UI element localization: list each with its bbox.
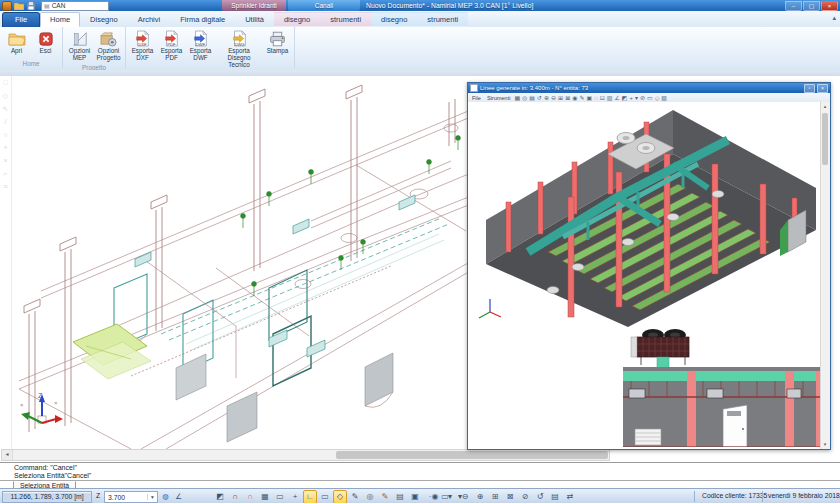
render-tool-icon[interactable]: ▣: [586, 95, 592, 101]
render-tool-icon[interactable]: ⊞: [558, 95, 563, 101]
render-preview-window[interactable]: Linee generate in: 3.400m - N° entita: 7…: [467, 82, 831, 450]
render-tool-icon[interactable]: ↺: [537, 95, 542, 101]
render-window-titlebar[interactable]: Linee generate in: 3.400m - N° entita: 7…: [468, 83, 830, 93]
left-tool-icon[interactable]: ↖: [3, 105, 9, 112]
zoom-extents-icon[interactable]: ⊠: [503, 490, 517, 503]
zoom-out-icon[interactable]: ⊖: [458, 490, 472, 503]
contextual-group-sprinkler-idranti[interactable]: Sprinkler Idranti: [222, 0, 286, 11]
render-tool-icon[interactable]: +: [629, 95, 633, 101]
left-tool-icon[interactable]: /: [5, 118, 7, 125]
render-tool-icon[interactable]: ▦: [514, 95, 520, 101]
stampa-button[interactable]: Stampa: [264, 29, 291, 56]
zoom-previous-icon[interactable]: ⊘: [518, 490, 532, 503]
scroll-up-arrow[interactable]: ▴: [821, 102, 829, 111]
esci-button[interactable]: Esci: [32, 29, 59, 56]
tab-disegno-sprinkler[interactable]: disegno: [274, 12, 320, 27]
render-window-vertical-scrollbar[interactable]: ▴ ▾: [820, 102, 830, 449]
render-tool-icon[interactable]: ⊖: [551, 95, 556, 101]
render-window-maximize-button[interactable]: ▫: [804, 84, 815, 93]
grid-icon[interactable]: ▦: [258, 490, 272, 503]
render-window-menu-strumenti[interactable]: Strumenti: [485, 95, 513, 101]
tab-utilita[interactable]: Utilità: [235, 12, 274, 27]
render-window-menu-file[interactable]: File: [470, 95, 483, 101]
ortho-mode-icon[interactable]: ∟: [303, 490, 317, 503]
left-tool-icon[interactable]: ○: [3, 131, 7, 138]
globe-icon[interactable]: ◍: [160, 491, 171, 502]
save-icon[interactable]: [26, 2, 36, 10]
cube-icon[interactable]: ▣: [408, 490, 422, 503]
layers-icon[interactable]: ▤: [393, 490, 407, 503]
render-window-close-button[interactable]: ×: [817, 84, 828, 93]
quick-search-combo[interactable]: ▤ CAN: [41, 1, 109, 11]
maximize-button[interactable]: ▢: [803, 1, 820, 11]
opzioni-progetto-button[interactable]: Opzioni Progetto: [95, 29, 122, 63]
pen-icon[interactable]: ✎: [348, 490, 362, 503]
opzioni-mep-button[interactable]: Opzioni MEP: [66, 29, 93, 63]
left-tool-icon[interactable]: ⌐: [3, 170, 7, 177]
regen-icon[interactable]: ↺: [533, 490, 547, 503]
contextual-group-canali[interactable]: Canali: [288, 0, 360, 11]
render-3d-view[interactable]: [468, 102, 820, 337]
render-tool-icon[interactable]: ◉: [572, 95, 577, 101]
horizontal-scroll-thumb[interactable]: [336, 451, 608, 459]
tab-disegno-canali[interactable]: disegno: [371, 12, 417, 27]
left-tool-icon[interactable]: ◇: [3, 92, 8, 99]
esporta-dwf-button[interactable]: DWF Esporta DWF: [187, 29, 214, 63]
vertical-scroll-thumb[interactable]: [822, 113, 828, 165]
render-window-client[interactable]: ▴ ▾: [468, 102, 830, 449]
render-tool-icon[interactable]: ⊡: [600, 95, 605, 101]
left-tool-icon[interactable]: □: [3, 79, 7, 86]
render-tool-icon[interactable]: ◇: [655, 95, 660, 101]
osnap-icon[interactable]: ◇: [333, 490, 347, 503]
selection-arrow-icon[interactable]: ◩: [213, 490, 227, 503]
render-tool-icon[interactable]: ▤: [529, 95, 535, 101]
eye-icon[interactable]: ◉: [428, 490, 442, 503]
tab-firma-digitale[interactable]: Firma digitale: [170, 12, 235, 27]
render-tool-icon[interactable]: ◌: [594, 95, 598, 101]
tab-disegno[interactable]: Disegno: [80, 12, 128, 27]
render-tool-icon[interactable]: ⊘: [640, 95, 645, 101]
apri-button[interactable]: Apri: [3, 29, 30, 56]
horizontal-scrollbar[interactable]: ◂: [1, 449, 610, 461]
ribbon-collapse-icon[interactable]: ▴: [832, 14, 836, 22]
render-elevation-view[interactable]: [595, 325, 821, 447]
close-button[interactable]: ×: [821, 1, 838, 11]
esporta-dxf-button[interactable]: DXF Esporta DXF: [129, 29, 156, 63]
pan-icon[interactable]: ⇄: [563, 490, 577, 503]
monitor-icon[interactable]: ▭: [318, 490, 332, 503]
render-tool-icon[interactable]: ∠: [614, 95, 619, 101]
render-tool-icon[interactable]: ⊠: [565, 95, 570, 101]
render-tool-icon[interactable]: ▥: [607, 95, 613, 101]
left-tool-icon[interactable]: +: [3, 144, 7, 151]
render-tool-icon[interactable]: ⊕: [544, 95, 549, 101]
open-file-icon[interactable]: [14, 2, 24, 10]
esporta-pdf-button[interactable]: PDF Esporta PDF: [158, 29, 185, 63]
drawing-canvas[interactable]: □◇↖/○+×⌐≡: [0, 76, 840, 462]
esporta-disegno-tecnico-button[interactable]: DWG Esporta Disegno Tecnico: [216, 29, 262, 69]
tab-strumenti-canali[interactable]: strumenti: [417, 12, 468, 27]
render-tool-icon[interactable]: ◩: [622, 95, 628, 101]
minimize-button[interactable]: –: [785, 1, 802, 11]
scroll-down-arrow[interactable]: ▾: [821, 440, 829, 449]
crosshair-icon[interactable]: +: [288, 490, 302, 503]
render-tool-icon[interactable]: ✎: [579, 95, 584, 101]
tab-home[interactable]: Home: [40, 12, 80, 27]
scroll-left-arrow[interactable]: ◂: [2, 450, 13, 460]
pencil-icon[interactable]: ✎: [378, 490, 392, 503]
tab-strumenti-sprinkler[interactable]: strumenti: [320, 12, 371, 27]
render-tool-icon[interactable]: ▧: [661, 95, 667, 101]
left-tool-icon[interactable]: ≡: [3, 183, 7, 190]
layer-manager-icon[interactable]: ▤: [548, 490, 562, 503]
render-tool-icon[interactable]: ◎: [522, 95, 527, 101]
snap-entity-icon[interactable]: ∩: [228, 490, 242, 503]
view-dropdown-icon[interactable]: ▾: [443, 490, 457, 503]
tab-archivi[interactable]: Archivi: [128, 12, 171, 27]
left-tool-icon[interactable]: ×: [3, 157, 7, 164]
ucs-icon[interactable]: ▭: [273, 490, 287, 503]
app-icon[interactable]: [2, 1, 12, 11]
render-tool-icon[interactable]: ▾: [635, 95, 638, 101]
zoom-in-icon[interactable]: ⊕: [473, 490, 487, 503]
angle-icon[interactable]: ∠: [173, 491, 184, 502]
file-tab[interactable]: File: [2, 12, 40, 27]
zoom-window-icon[interactable]: ⊞: [488, 490, 502, 503]
